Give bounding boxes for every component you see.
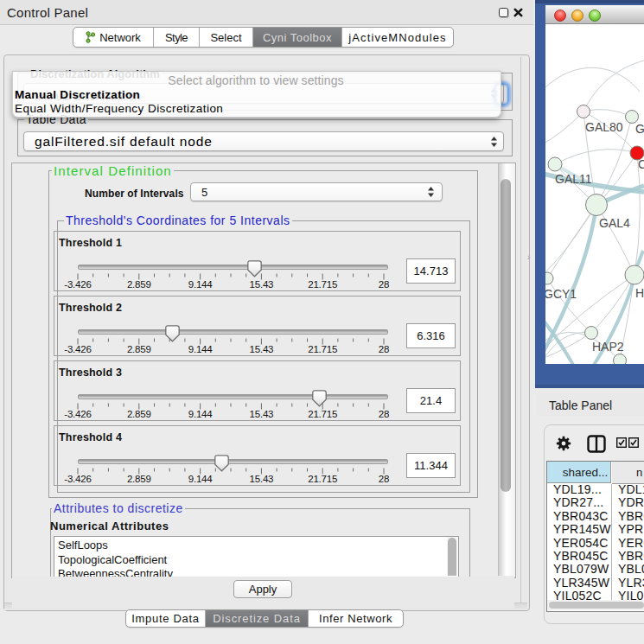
svg-text:H: H (635, 286, 644, 300)
svg-text:GAL80: GAL80 (585, 120, 623, 134)
svg-text:GAL4: GAL4 (599, 216, 630, 230)
svg-text:G: G (635, 122, 644, 136)
svg-text:GCY1: GCY1 (545, 287, 577, 301)
svg-text:GAL11: GAL11 (555, 172, 592, 186)
svg-text:C: C (638, 157, 644, 171)
svg-text:HAP2: HAP2 (592, 340, 624, 354)
